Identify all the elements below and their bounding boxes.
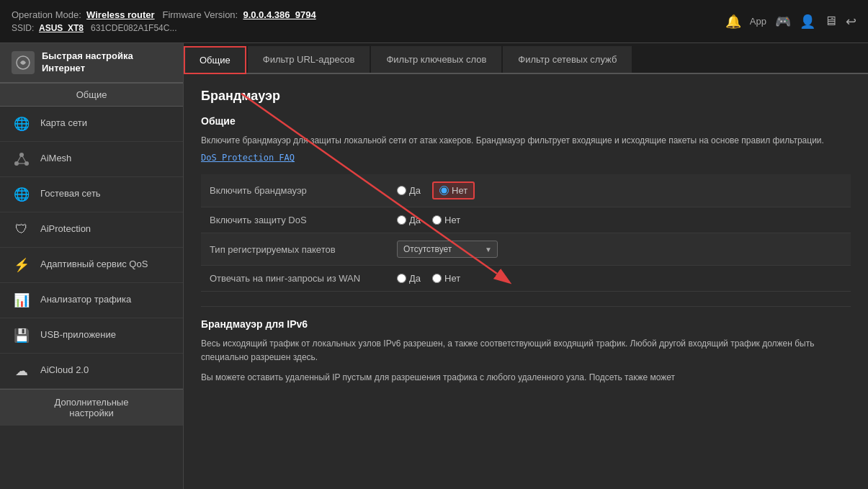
operation-mode-line: Operation Mode: Wireless router Firmware… xyxy=(12,9,316,20)
sidebar-item-aimesh-label: AiMesh xyxy=(40,153,71,165)
adaptive-qos-icon: ⚡ xyxy=(12,255,32,275)
firewall-radio-group: Да Нет xyxy=(388,174,851,207)
operation-mode-label: Operation Mode: xyxy=(12,9,81,20)
firmware-value: 9.0.0.4.386_9794 xyxy=(243,9,316,20)
firewall-no-text: Нет xyxy=(452,185,467,196)
guest-network-icon: 🌐 xyxy=(12,184,32,205)
log-packets-control: Отсутствует Принятые Отклонённые Все xyxy=(388,233,851,266)
dos-no-text: Нет xyxy=(444,215,460,225)
tab-url-filter[interactable]: Фильтр URL-адресов xyxy=(248,46,370,73)
log-packets-dropdown-wrapper: Отсутствует Принятые Отклонённые Все xyxy=(397,241,498,258)
firewall-no-radio[interactable] xyxy=(439,186,449,195)
gamepad-icon[interactable]: 🎮 xyxy=(775,14,791,30)
setting-row-wan-ping: Отвечать на пинг-запросы из WAN Да Нет xyxy=(201,266,851,292)
log-packets-select[interactable]: Отсутствует Принятые Отклонённые Все xyxy=(397,241,498,258)
quick-setup-label: Быстрая настройка Интернет xyxy=(42,50,133,75)
sidebar-item-aicloud-label: AiCloud 2.0 xyxy=(40,364,89,377)
dos-yes-label[interactable]: Да xyxy=(397,215,421,225)
bell-icon[interactable]: 🔔 xyxy=(725,14,741,30)
quick-setup[interactable]: Быстрая настройка Интернет xyxy=(0,43,183,83)
sidebar-item-usb-label: USB-приложение xyxy=(40,329,116,341)
tab-network-services-filter-label: Фильтр сетевых служб xyxy=(518,54,617,65)
dos-label: Включить защиту DoS xyxy=(201,207,388,233)
page-content: Брандмауэр Общие Включите брандмауэр для… xyxy=(184,74,868,403)
ssid-extra: 631CDE082A1F54C... xyxy=(91,23,176,33)
sidebar-item-qos-label: Адаптивный сервис QoS xyxy=(40,259,148,271)
ipv6-section-title: Брандмауэр для IPv6 xyxy=(201,318,851,330)
network-map-icon: 🌐 xyxy=(12,114,32,134)
wan-ping-label: Отвечать на пинг-запросы из WAN xyxy=(201,266,388,292)
operation-mode-value: Wireless router xyxy=(86,9,155,20)
dos-no-radio[interactable] xyxy=(432,215,442,225)
tab-general[interactable]: Общие xyxy=(184,46,246,74)
back-icon[interactable]: ↩ xyxy=(846,14,856,30)
firewall-label: Включить брандмауэр xyxy=(201,174,388,207)
sidebar-item-usb-apps[interactable]: 💾 USB-приложение xyxy=(0,318,183,354)
dos-yes-text: Да xyxy=(409,215,421,225)
wan-ping-no-radio[interactable] xyxy=(432,274,442,283)
wan-ping-radio-group: Да Нет xyxy=(388,266,851,292)
svg-line-5 xyxy=(22,155,27,163)
wan-ping-no-label[interactable]: Нет xyxy=(432,273,460,284)
sidebar-item-aimesh[interactable]: AiMesh xyxy=(0,142,183,177)
main-layout: Быстрая настройка Интернет Общие 🌐 Карта… xyxy=(0,43,868,489)
tab-url-filter-label: Фильтр URL-адресов xyxy=(263,54,355,65)
user-icon[interactable]: 👤 xyxy=(800,14,815,30)
firewall-yes-text: Да xyxy=(409,185,421,196)
svg-line-4 xyxy=(17,155,22,163)
dos-radio: Да Нет xyxy=(397,215,842,225)
sidebar-item-guest-label: Гостевая сеть xyxy=(40,188,101,200)
settings-table: Включить брандмауэр Да Нет xyxy=(201,174,851,292)
app-label[interactable]: App xyxy=(750,16,766,27)
dos-radio-group: Да Нет xyxy=(388,207,851,233)
section-general-title: Общие xyxy=(201,115,851,127)
wan-ping-no-text: Нет xyxy=(444,273,460,284)
tab-keyword-filter-label: Фильтр ключевых слов xyxy=(386,54,486,65)
firewall-yes-label[interactable]: Да xyxy=(397,185,421,196)
ipv6-description1: Весь исходящий трафик от локальных узлов… xyxy=(201,337,851,364)
tab-general-label: Общие xyxy=(200,55,231,66)
sidebar: Быстрая настройка Интернет Общие 🌐 Карта… xyxy=(0,43,184,489)
ssid-line: SSID: ASUS_XT8 631CDE082A1F54C... xyxy=(12,23,316,33)
ssid-label: SSID: xyxy=(12,23,34,33)
header-icons: 🔔 App 🎮 👤 🖥 ↩ xyxy=(725,14,856,30)
advanced-settings[interactable]: Дополнительные настройки xyxy=(0,389,183,426)
wan-ping-yes-label[interactable]: Да xyxy=(397,273,421,284)
setting-row-firewall: Включить брандмауэр Да Нет xyxy=(201,174,851,207)
tabs-bar: Общие Фильтр URL-адресов Фильтр ключевых… xyxy=(184,43,868,74)
wan-ping-yes-radio[interactable] xyxy=(397,274,406,283)
sidebar-item-network-map[interactable]: 🌐 Карта сети xyxy=(0,107,183,142)
sidebar-item-traffic-analyzer[interactable]: 📊 Анализатор трафика xyxy=(0,283,183,318)
firewall-yes-radio[interactable] xyxy=(397,186,406,195)
traffic-analyzer-icon: 📊 xyxy=(12,290,32,310)
sidebar-item-traffic-label: Анализатор трафика xyxy=(40,294,131,306)
dos-faq-link[interactable]: DoS Protection FAQ xyxy=(201,153,295,163)
log-packets-label: Тип регистрируемых пакетов xyxy=(201,233,388,266)
sidebar-item-adaptive-qos[interactable]: ⚡ Адаптивный сервис QoS xyxy=(0,248,183,283)
tab-network-services-filter[interactable]: Фильтр сетевых служб xyxy=(503,46,632,73)
firewall-no-label[interactable]: Нет xyxy=(432,181,475,199)
setting-row-dos: Включить защиту DoS Да Нет xyxy=(201,207,851,233)
wan-ping-radio: Да Нет xyxy=(397,273,842,284)
ipv6-description2: Вы можете оставить удаленный IP пустым д… xyxy=(201,371,851,385)
aiprotection-icon: 🛡 xyxy=(12,220,32,240)
sidebar-item-guest-network[interactable]: 🌐 Гостевая сеть xyxy=(0,177,183,212)
page-title: Брандмауэр xyxy=(201,89,851,104)
sidebar-section-general: Общие xyxy=(0,83,183,107)
monitor-icon[interactable]: 🖥 xyxy=(824,14,837,29)
wan-ping-yes-text: Да xyxy=(409,273,421,284)
sidebar-item-aiprotection-label: AiProtection xyxy=(40,223,91,235)
firewall-radio: Да Нет xyxy=(397,181,842,199)
firmware-label: Firmware Version: xyxy=(162,9,238,20)
aimesh-icon xyxy=(12,149,32,169)
dos-yes-radio[interactable] xyxy=(397,215,406,225)
header-info: Operation Mode: Wireless router Firmware… xyxy=(12,9,316,33)
ssid-value: ASUS_XT8 xyxy=(39,23,84,33)
firewall-description: Включите брандмауэр для защиты локальной… xyxy=(201,134,851,148)
sidebar-item-aiprotection[interactable]: 🛡 AiProtection xyxy=(0,212,183,248)
ipv6-section: Брандмауэр для IPv6 Весь исходящий трафи… xyxy=(201,306,851,385)
tab-keyword-filter[interactable]: Фильтр ключевых слов xyxy=(371,46,501,73)
sidebar-item-aicloud[interactable]: ☁ AiCloud 2.0 xyxy=(0,354,183,389)
usb-apps-icon: 💾 xyxy=(12,326,32,346)
dos-no-label[interactable]: Нет xyxy=(432,215,460,225)
